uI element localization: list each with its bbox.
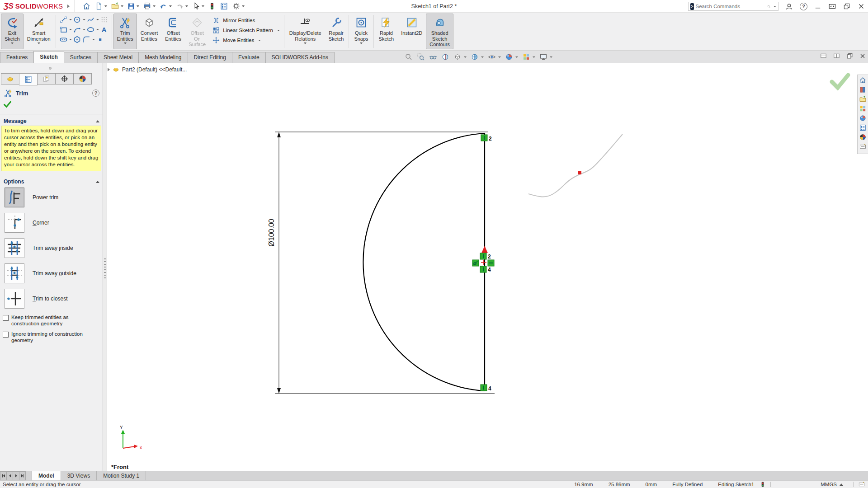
ignore-trimming-checkbox[interactable]	[3, 332, 9, 338]
unit-system[interactable]: MMGS	[821, 482, 837, 487]
search-commands-box[interactable]: >	[688, 2, 778, 11]
panel-splitter[interactable]	[103, 63, 107, 471]
previous-view-icon[interactable]	[429, 53, 437, 61]
point-tool[interactable]	[96, 35, 104, 44]
view-palette-icon[interactable]	[859, 105, 867, 113]
zoom-to-area-icon[interactable]	[417, 53, 425, 61]
span-displays-button[interactable]	[828, 2, 836, 10]
undo-button[interactable]	[158, 1, 173, 11]
previous-tab-button[interactable]	[6, 471, 13, 480]
slot-tool[interactable]	[59, 35, 72, 44]
home-button[interactable]	[81, 1, 92, 11]
arc-tool[interactable]	[73, 25, 85, 34]
open-button[interactable]	[109, 1, 125, 11]
design-library-icon[interactable]	[859, 86, 867, 94]
model-tab[interactable]: Model	[32, 471, 61, 480]
shaded-sketch-contours-button[interactable]: Shaded Sketch Contours	[426, 14, 453, 49]
trim-away-inside-option[interactable]: Trim away inside	[5, 238, 73, 258]
diameter-dimension-text[interactable]: Ø100.00	[268, 219, 275, 246]
instant2d-button[interactable]: Instant2D	[397, 14, 426, 49]
trim-to-closest-option[interactable]: Trim to closest	[5, 289, 68, 309]
save-button[interactable]	[126, 1, 141, 11]
power-trim-icon[interactable]	[5, 188, 24, 207]
trim-entities-button[interactable]: Trim Entities	[113, 14, 137, 49]
tab-features[interactable]: Features	[0, 52, 34, 63]
file-properties-button[interactable]	[218, 1, 230, 11]
panel-resize-handle[interactable]	[49, 67, 52, 70]
spline-curve[interactable]	[528, 134, 623, 197]
trim-away-inside-icon[interactable]	[5, 238, 24, 258]
unit-system-caret[interactable]	[840, 483, 843, 486]
restore-pane-icon[interactable]	[846, 52, 854, 60]
corner-icon[interactable]	[5, 213, 24, 233]
circle-tool[interactable]	[73, 15, 85, 24]
display-manager-tab[interactable]	[73, 73, 92, 84]
display-delete-relations-button[interactable]: Display/Delete Relations	[286, 14, 325, 49]
move-entities-button[interactable]: Move Entities	[212, 36, 280, 44]
collapse-options-icon[interactable]	[96, 181, 99, 183]
spline-point-selected[interactable]	[578, 171, 581, 174]
repair-sketch-button[interactable]: Repair Sketch	[325, 14, 348, 49]
tab-surfaces[interactable]: Surfaces	[64, 52, 98, 63]
select-button[interactable]	[190, 1, 206, 11]
view-orientation-icon[interactable]	[453, 53, 467, 61]
tab-sketch[interactable]: Sketch	[33, 51, 64, 63]
custom-properties-icon[interactable]	[859, 124, 867, 131]
system-options-light-icon[interactable]	[207, 1, 217, 11]
confirmation-corner-accept-icon[interactable]	[832, 75, 848, 88]
3d-views-tab[interactable]: 3D Views	[61, 471, 97, 480]
solidworks-resources-icon[interactable]	[859, 76, 867, 84]
login-user-icon[interactable]	[785, 2, 793, 11]
zoom-to-fit-icon[interactable]	[405, 53, 413, 61]
redo-button[interactable]	[174, 1, 189, 11]
property-manager-tab[interactable]	[19, 73, 38, 85]
section-view-icon[interactable]	[441, 53, 449, 61]
view-settings-icon[interactable]	[539, 53, 552, 61]
restore-button[interactable]	[843, 2, 851, 10]
float-pane-icon[interactable]	[833, 52, 840, 60]
close-pane-icon[interactable]	[859, 52, 866, 60]
tab-evaluate[interactable]: Evaluate	[232, 52, 266, 63]
file-explorer-icon[interactable]	[859, 95, 867, 103]
search-input[interactable]	[696, 4, 765, 9]
tab-direct-editing[interactable]: Direct Editing	[188, 52, 232, 63]
edit-appearance-icon[interactable]	[505, 53, 518, 61]
convert-entities-button[interactable]: Convert Entities	[137, 14, 162, 49]
sketch-arc[interactable]	[363, 133, 485, 391]
expand-tree-icon[interactable]	[108, 68, 110, 71]
part-name[interactable]: Part2 (Default) <<Default...	[122, 66, 187, 73]
message-group-header[interactable]: Message	[0, 117, 103, 126]
next-tab-button[interactable]	[13, 471, 19, 480]
tags-status-icon[interactable]	[858, 481, 865, 488]
last-tab-button[interactable]	[19, 471, 26, 480]
relation-marker-top[interactable]: 2	[481, 135, 492, 142]
performance-light-icon[interactable]	[760, 481, 766, 488]
logo-flyout-icon[interactable]	[67, 5, 70, 8]
dock-pane-icon[interactable]	[820, 52, 827, 60]
close-button[interactable]	[857, 2, 865, 10]
configuration-manager-tab[interactable]	[37, 73, 56, 84]
trim-away-outside-icon[interactable]	[5, 263, 24, 283]
graphics-area[interactable]: Ø100.00 2 2 4 4 Y x *Fron	[0, 0, 868, 488]
feature-manager-tab[interactable]	[1, 73, 19, 84]
corner-option[interactable]: Corner	[5, 213, 49, 233]
feature-tree-breadcrumb[interactable]: Part2 (Default) <<Default...	[108, 66, 187, 73]
options-gear-button[interactable]	[231, 1, 246, 11]
line-tool[interactable]	[59, 15, 72, 24]
mirror-entities-button[interactable]: Mirror Entities	[212, 16, 280, 24]
tab-solidworks-add-ins[interactable]: SOLIDWORKS Add-Ins	[265, 52, 335, 63]
rectangle-tool[interactable]	[59, 25, 72, 34]
tab-mesh-modeling[interactable]: Mesh Modeling	[138, 52, 188, 63]
smart-dimension-button[interactable]: Smart Dimension	[24, 14, 54, 49]
display-style-icon[interactable]	[471, 53, 484, 61]
trim-to-closest-icon[interactable]	[5, 289, 24, 309]
forum-icon[interactable]	[859, 133, 867, 141]
quick-snaps-button[interactable]: Quick Snaps	[350, 14, 372, 49]
minimize-button[interactable]	[814, 2, 822, 10]
apply-scene-icon[interactable]	[522, 53, 535, 61]
search-scope-caret[interactable]	[774, 6, 776, 7]
trim-away-outside-option[interactable]: Trim away outside	[5, 263, 76, 283]
relation-marker-cluster[interactable]: 2 4	[472, 246, 494, 273]
panel-help-icon[interactable]: ?	[92, 89, 99, 97]
ellipse-tool[interactable]	[86, 25, 99, 34]
